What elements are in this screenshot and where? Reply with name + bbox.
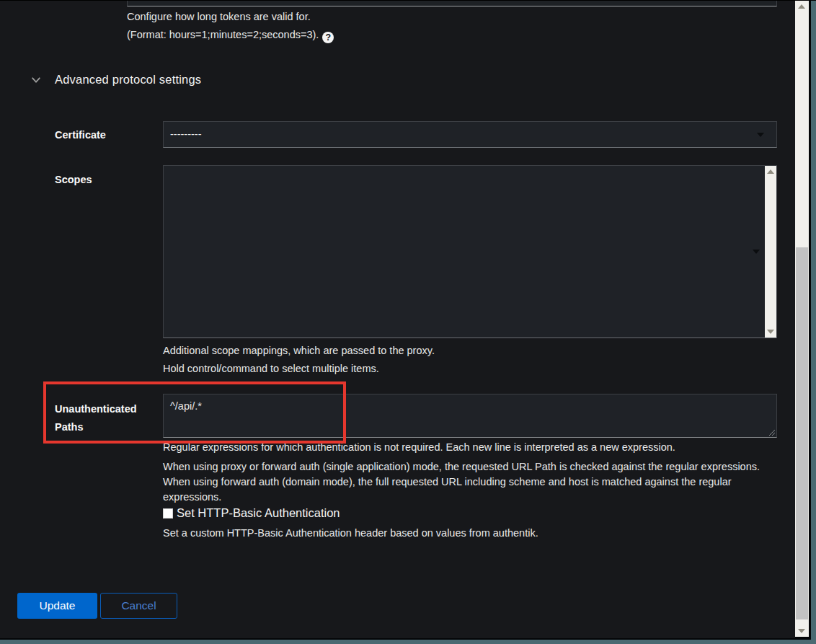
http-basic-auth-checkbox[interactable] [163,508,173,519]
scroll-down-icon[interactable] [798,629,805,633]
token-validity-input[interactable] [127,1,777,6]
unauthenticated-paths-field: ^/api/.* [163,394,777,438]
scrollbar-thumb[interactable] [796,247,808,619]
provider-form-panel: Configure how long tokens are valid for.… [0,1,795,638]
select-caret-icon [753,250,760,254]
section-title: Advanced protocol settings [55,73,201,87]
certificate-select[interactable]: --------- [163,121,777,148]
unauthenticated-paths-label: Unauthenticated Paths [55,400,157,436]
cancel-button[interactable]: Cancel [100,593,177,619]
update-button[interactable]: Update [17,593,97,619]
select-caret-icon [757,133,764,137]
form-actions: Update Cancel [17,593,177,619]
http-basic-auth-row: Set HTTP-Basic Authentication [163,506,340,520]
scopes-label: Scopes [55,174,92,185]
http-basic-auth-help: Set a custom HTTP-Basic Authentication h… [163,527,538,539]
unauthenticated-paths-textarea[interactable]: ^/api/.* [163,394,777,438]
certificate-selected-value: --------- [170,128,201,140]
scopes-help-2: Hold control/command to select multiple … [163,363,379,374]
chevron-down-icon [31,75,41,85]
token-validity-format-help: (Format: hours=1;minutes=2;seconds=3).? [127,29,334,43]
scopes-help-1: Additional scope mappings, which are pas… [163,345,435,356]
unauthenticated-paths-help-1: Regular expressions for which authentica… [163,441,675,453]
scroll-up-icon[interactable] [767,169,774,174]
window-edge-bottom [0,640,816,644]
scroll-down-icon[interactable] [767,330,774,334]
certificate-label: Certificate [55,129,106,141]
advanced-protocol-settings-header[interactable]: Advanced protocol settings [31,73,201,87]
http-basic-auth-label[interactable]: Set HTTP-Basic Authentication [177,506,340,520]
scroll-up-icon[interactable] [798,4,805,9]
unauthenticated-paths-help-2: When using proxy or forward auth (single… [163,459,766,505]
app-window: Configure how long tokens are valid for.… [0,0,816,644]
scopes-scrollbar[interactable] [765,166,776,338]
window-edge-right [811,1,816,644]
scopes-listbox[interactable] [163,165,777,338]
question-circle-icon[interactable]: ? [322,32,334,43]
token-validity-help: Configure how long tokens are valid for. [127,11,311,22]
